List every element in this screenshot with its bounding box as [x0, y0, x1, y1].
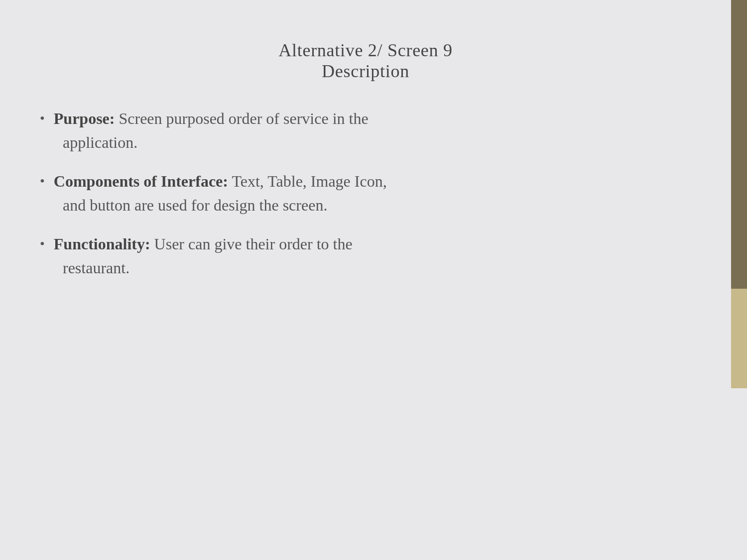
sidebar-top — [731, 0, 747, 289]
bullet-item-components: • Components of Interface: Text, Table, … — [40, 169, 691, 193]
bullet-item-purpose: • Purpose: Screen purposed order of serv… — [40, 107, 691, 130]
components-inline: Text, Table, Image Icon, — [228, 172, 387, 190]
bullet-item-functionality: • Functionality: User can give their ord… — [40, 232, 691, 256]
title-line1: Alternative 2/ Screen 9 — [40, 40, 691, 61]
title-line2: Description — [40, 61, 691, 82]
purpose-label: Purpose: — [54, 110, 115, 127]
bullet-text-components: Components of Interface: Text, Table, Im… — [54, 169, 691, 193]
list-item: • Purpose: Screen purposed order of serv… — [40, 107, 691, 154]
bullet-dot: • — [40, 234, 45, 253]
functionality-label: Functionality: — [54, 235, 150, 253]
bullet-dot: • — [40, 171, 45, 191]
right-sidebar — [731, 0, 747, 560]
purpose-continuation: application. — [40, 130, 691, 154]
purpose-inline: Screen purposed order of service in the — [115, 110, 368, 127]
bullet-list: • Purpose: Screen purposed order of serv… — [40, 107, 691, 295]
bullet-text-functionality: Functionality: User can give their order… — [54, 232, 691, 256]
functionality-inline: User can give their order to the — [150, 235, 353, 253]
bullet-text-purpose: Purpose: Screen purposed order of servic… — [54, 107, 691, 130]
functionality-continuation: restaurant. — [40, 256, 691, 280]
bullet-dot: • — [40, 109, 45, 128]
title-section: Alternative 2/ Screen 9 Description — [40, 40, 691, 82]
sidebar-remaining — [731, 388, 747, 560]
list-item: • Components of Interface: Text, Table, … — [40, 169, 691, 217]
list-item: • Functionality: User can give their ord… — [40, 232, 691, 280]
components-label: Components of Interface: — [54, 172, 228, 190]
main-content: Alternative 2/ Screen 9 Description • Pu… — [0, 0, 731, 560]
sidebar-bottom — [731, 289, 747, 388]
components-continuation: and button are used for design the scree… — [40, 193, 691, 217]
